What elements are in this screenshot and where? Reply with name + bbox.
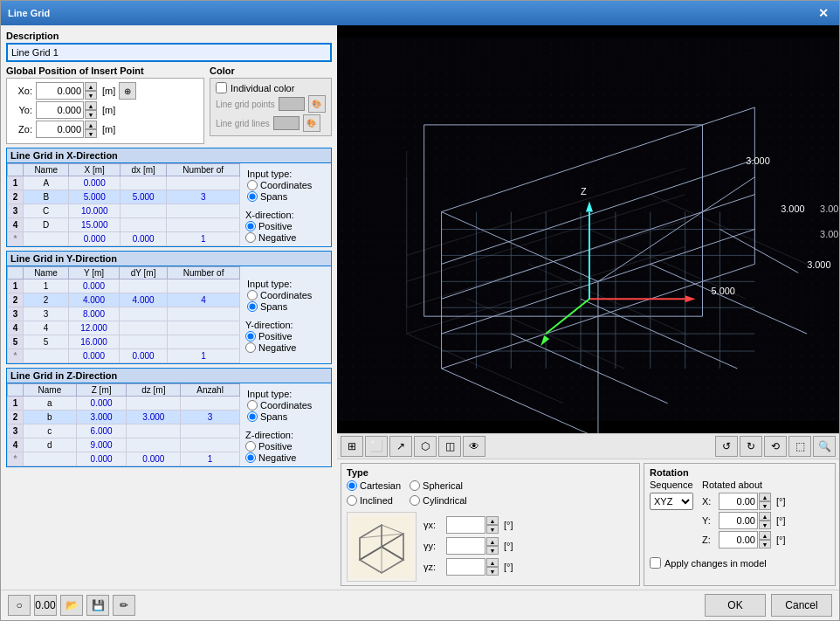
render-btn[interactable]: ⬜: [365, 436, 388, 457]
rot-y-up[interactable]: ▲: [759, 512, 771, 521]
gamma-y-down[interactable]: ▼: [486, 546, 499, 555]
x-empty-row[interactable]: * 0.000 0.000 1: [8, 232, 240, 246]
edit-btn[interactable]: ✏: [113, 595, 135, 616]
table-row[interactable]: 4 D 15.000: [8, 218, 240, 232]
rot-z-input[interactable]: [719, 531, 758, 549]
z-coordinates-radio[interactable]: [247, 400, 258, 411]
gamma-z-up[interactable]: ▲: [486, 558, 499, 567]
rot-y-input[interactable]: [719, 512, 758, 529]
x-empty-num-count[interactable]: 1: [167, 232, 240, 246]
z-positive-radio[interactable]: [245, 441, 256, 452]
perspective-btn[interactable]: ↗: [389, 436, 412, 457]
y-negative-radio[interactable]: [245, 342, 256, 353]
x-spans-radio[interactable]: [247, 191, 258, 202]
redo-btn[interactable]: ↻: [740, 436, 762, 457]
table-row[interactable]: 2 b 3.000 3.000 3: [8, 411, 240, 424]
gamma-y-input[interactable]: [446, 537, 485, 555]
yo-input[interactable]: [36, 101, 84, 119]
individual-color-checkbox[interactable]: [216, 82, 227, 93]
zo-down[interactable]: ▼: [85, 129, 97, 138]
rot-z-down[interactable]: ▼: [759, 540, 771, 549]
rot-x-input[interactable]: [719, 493, 758, 510]
apply-changes-checkbox[interactable]: [650, 557, 661, 569]
x-row-num-count-3[interactable]: [167, 204, 240, 218]
y-coordinates-radio[interactable]: [247, 290, 258, 300]
line-grid-points-color-btn[interactable]: 🎨: [308, 95, 326, 113]
yo-down[interactable]: ▼: [85, 110, 97, 119]
x-row-dx-2[interactable]: 5.000: [120, 190, 167, 204]
table-row[interactable]: 1 A 0.000: [8, 176, 240, 190]
x-row-name-4[interactable]: D: [24, 218, 69, 232]
crop-btn[interactable]: ⬚: [788, 436, 811, 457]
x-row-num-count-2[interactable]: 3: [167, 190, 240, 204]
x-empty-dx[interactable]: 0.000: [120, 232, 167, 246]
gamma-x-input[interactable]: [446, 516, 485, 534]
table-row[interactable]: 4 4 12.000: [8, 321, 240, 335]
rotate-btn[interactable]: ⬡: [414, 436, 437, 457]
close-button[interactable]: ✕: [815, 4, 832, 22]
x-row-dx-3[interactable]: [120, 204, 167, 218]
x-row-x-2[interactable]: 5.000: [69, 190, 120, 204]
viewport[interactable]: 5.000 3.000 Z 3.000 3.000 3.000 3.000 3.…: [337, 25, 839, 433]
x-empty-name[interactable]: [24, 232, 69, 246]
table-row[interactable]: 1 1 0.000: [8, 279, 240, 293]
x-row-num-count-1[interactable]: [167, 176, 240, 190]
line-grid-lines-swatch[interactable]: [273, 116, 300, 130]
x-row-name-2[interactable]: B: [24, 190, 69, 204]
x-positive-radio[interactable]: [245, 221, 256, 231]
ok-button[interactable]: OK: [705, 594, 766, 617]
table-row[interactable]: 1 a 0.000: [8, 397, 240, 411]
grid-btn[interactable]: ⊞: [341, 436, 363, 457]
rot-x-down[interactable]: ▼: [759, 501, 771, 510]
description-input[interactable]: [6, 43, 332, 62]
table-row[interactable]: 3 C 10.000: [8, 204, 240, 218]
y-positive-radio[interactable]: [245, 331, 256, 342]
cartesian-radio[interactable]: [347, 480, 357, 491]
gamma-x-down[interactable]: ▼: [486, 525, 499, 534]
rot-x-up[interactable]: ▲: [759, 493, 771, 501]
line-grid-lines-color-btn[interactable]: 🎨: [303, 114, 320, 132]
xo-pick-btn[interactable]: ⊕: [119, 82, 136, 100]
value-btn[interactable]: 0.00: [34, 595, 57, 616]
open-btn[interactable]: 📂: [60, 595, 83, 616]
table-row[interactable]: 2 B 5.000 5.000 3: [8, 190, 240, 204]
cancel-button[interactable]: Cancel: [771, 594, 832, 617]
z-empty-row[interactable]: * 0.000 0.000 1: [8, 452, 240, 466]
gamma-y-up[interactable]: ▲: [486, 537, 499, 546]
x-row-name-3[interactable]: C: [24, 204, 69, 218]
table-row[interactable]: 3 3 8.000: [8, 307, 240, 321]
rot-y-down[interactable]: ▼: [759, 521, 771, 529]
gamma-x-up[interactable]: ▲: [486, 516, 499, 525]
new-btn[interactable]: ○: [8, 595, 31, 616]
x-row-x-1[interactable]: 0.000: [69, 176, 120, 190]
yo-up[interactable]: ▲: [85, 101, 97, 110]
x-row-name-1[interactable]: A: [24, 176, 69, 190]
zo-up[interactable]: ▲: [85, 121, 97, 129]
sequence-select[interactable]: XYZ: [650, 493, 693, 510]
x-row-num-count-4[interactable]: [167, 218, 240, 232]
visibility-btn[interactable]: 👁: [463, 436, 485, 457]
x-row-dx-4[interactable]: [120, 218, 167, 232]
gamma-z-down[interactable]: ▼: [486, 567, 499, 576]
table-row[interactable]: 4 d 9.000: [8, 438, 240, 452]
spherical-radio[interactable]: [410, 480, 420, 491]
cylindrical-radio[interactable]: [410, 495, 420, 506]
y-spans-radio[interactable]: [247, 301, 258, 312]
view-btn[interactable]: ◫: [438, 436, 461, 457]
gamma-z-input[interactable]: [446, 558, 485, 576]
table-row[interactable]: 5 5 16.000: [8, 335, 240, 349]
x-row-x-4[interactable]: 15.000: [69, 218, 120, 232]
undo-btn[interactable]: ↺: [715, 436, 738, 457]
y-empty-row[interactable]: * 0.000 0.000 1: [8, 349, 240, 363]
zo-input[interactable]: [36, 121, 84, 138]
table-row[interactable]: 2 2 4.000 4.000 4: [8, 293, 240, 307]
x-row-dx-1[interactable]: [120, 176, 167, 190]
inclined-radio[interactable]: [347, 495, 357, 506]
xo-down[interactable]: ▼: [85, 91, 97, 100]
rot-z-up[interactable]: ▲: [759, 531, 771, 540]
save-btn[interactable]: 💾: [86, 595, 109, 616]
x-empty-x[interactable]: 0.000: [69, 232, 120, 246]
zoom-btn[interactable]: 🔍: [813, 436, 836, 457]
z-spans-radio[interactable]: [247, 411, 258, 422]
reset-btn[interactable]: ⟲: [764, 436, 787, 457]
